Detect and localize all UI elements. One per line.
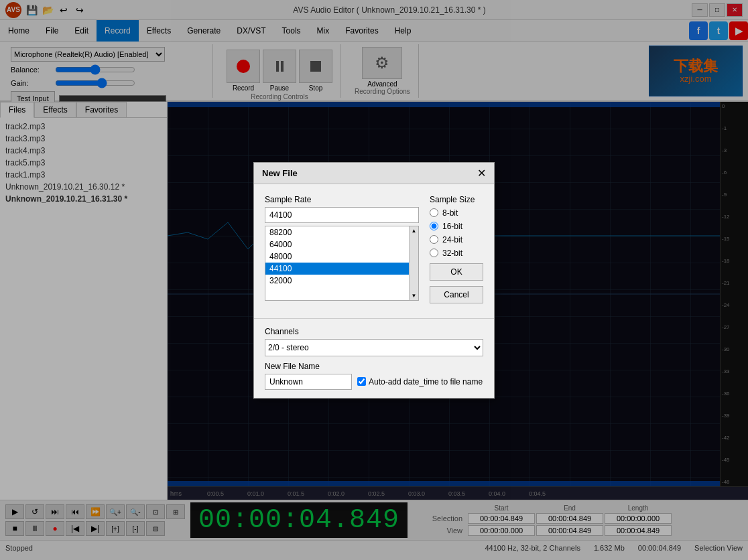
filename-label: New File Name xyxy=(265,362,483,371)
modal-right: Sample Size 8-bit 16-bit 24-bit xyxy=(430,195,483,307)
list-item[interactable]: 48000 xyxy=(265,251,409,263)
sample-rate-section: Sample Rate 88200 64000 48000 44100 3200… xyxy=(265,195,419,301)
radio-16bit[interactable]: 16-bit xyxy=(430,222,483,231)
radio-24bit-input[interactable] xyxy=(430,235,438,244)
sample-rate-label: Sample Rate xyxy=(265,195,419,204)
list-item[interactable]: 32000 xyxy=(265,275,409,287)
sample-size-section: Sample Size 8-bit 16-bit 24-bit xyxy=(430,195,483,258)
modal-left: Sample Rate 88200 64000 48000 44100 3200… xyxy=(265,195,419,307)
sample-rate-list-container: 88200 64000 48000 44100 32000 ▲ ▼ xyxy=(265,226,419,301)
filename-section: New File Name Auto-add date_time to file… xyxy=(265,362,483,390)
radio-24bit[interactable]: 24-bit xyxy=(430,235,483,244)
radio-32bit-input[interactable] xyxy=(430,249,438,257)
channels-section: Channels 2/0 - stereo xyxy=(265,327,483,356)
modal-body: Sample Rate 88200 64000 48000 44100 3200… xyxy=(254,184,494,318)
sample-rate-list[interactable]: 88200 64000 48000 44100 32000 xyxy=(265,226,409,300)
modal-overlay: New File ✕ Sample Rate 88200 64000 48000… xyxy=(0,0,748,560)
filename-row: Auto-add date_time to file name xyxy=(265,374,483,390)
sample-rate-input[interactable] xyxy=(265,207,419,223)
channels-label: Channels xyxy=(265,327,483,336)
list-item-selected[interactable]: 44100 xyxy=(265,263,409,275)
radio-32bit[interactable]: 32-bit xyxy=(430,249,483,258)
modal-close-button[interactable]: ✕ xyxy=(477,167,486,180)
radio-16bit-input[interactable] xyxy=(430,222,438,230)
modal-title: New File xyxy=(262,168,298,178)
sample-size-label: Sample Size xyxy=(430,195,483,204)
cancel-button[interactable]: Cancel xyxy=(430,286,483,303)
ok-button[interactable]: OK xyxy=(430,263,483,281)
modal-footer: Channels 2/0 - stereo New File Name Auto… xyxy=(254,318,494,398)
list-scrollbar[interactable]: ▲ ▼ xyxy=(409,226,418,300)
filename-input[interactable] xyxy=(265,374,352,390)
auto-add-checkbox[interactable] xyxy=(357,377,366,386)
list-item[interactable]: 64000 xyxy=(265,238,409,251)
list-item[interactable]: 88200 xyxy=(265,226,409,238)
new-file-modal: New File ✕ Sample Rate 88200 64000 48000… xyxy=(253,162,495,399)
sample-size-radio-group: 8-bit 16-bit 24-bit 32-bit xyxy=(430,208,483,258)
modal-header: New File ✕ xyxy=(254,163,494,184)
channels-select[interactable]: 2/0 - stereo xyxy=(265,339,483,356)
radio-8bit[interactable]: 8-bit xyxy=(430,208,483,218)
radio-8bit-input[interactable] xyxy=(430,208,438,217)
auto-add-label[interactable]: Auto-add date_time to file name xyxy=(357,377,483,387)
